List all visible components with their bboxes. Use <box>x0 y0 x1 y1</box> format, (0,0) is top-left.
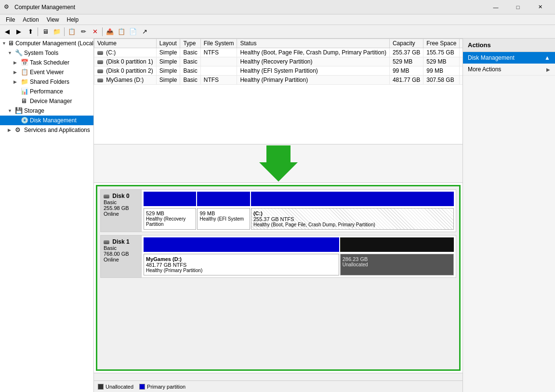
disk-1-row: Disk 1 Basic 768.00 GB Online MyGames (D… <box>100 235 456 278</box>
actions-section-disk-mgmt[interactable]: Disk Management ▲ <box>463 52 555 64</box>
disk-mgmt-icon: 💿 <box>21 117 28 124</box>
cell-fs: NTFS <box>200 76 237 85</box>
disk-0-part1-status: Healthy (Recovery Partition <box>146 216 194 227</box>
menu-file[interactable]: File <box>2 15 19 24</box>
col-type[interactable]: Type <box>180 39 200 48</box>
disk-1-bar-seg1 <box>144 237 339 252</box>
disk-0-part3-name: (C:) <box>253 210 451 216</box>
back-button[interactable]: ◀ <box>2 26 13 37</box>
volume-disk-icon <box>97 60 103 64</box>
cell-freespace: 99 MB <box>423 66 460 76</box>
maximize-button[interactable]: □ <box>507 0 529 14</box>
services-expand: ▶ <box>8 128 13 132</box>
title-bar: ⚙ Computer Management — □ ✕ <box>0 0 555 14</box>
disk-0-part3[interactable]: (C:) 255.37 GB NTFS Healthy (Boot, Page … <box>251 208 454 230</box>
table-row[interactable]: (Disk 0 partition 1) Simple Basic Health… <box>94 57 463 66</box>
volume-table: Volume Layout Type File System Status Ca… <box>94 39 462 85</box>
menu-view[interactable]: View <box>43 15 63 24</box>
sidebar-storage[interactable]: ▼ 💾 Storage <box>0 106 93 116</box>
minimize-button[interactable]: — <box>485 0 507 14</box>
disk-0-icon <box>104 195 109 198</box>
disk-0-part2[interactable]: 99 MB Healthy (EFI System <box>197 208 250 230</box>
storage-expand: ▼ <box>8 108 13 113</box>
folder-button[interactable]: 📁 <box>52 26 62 37</box>
cell-status: Healthy (Primary Partition) <box>237 76 389 85</box>
cell-layout: Simple <box>156 57 180 66</box>
disk-0-info: Disk 0 Basic 255.98 GB Online <box>101 190 142 232</box>
task-sched-expand: ▶ <box>13 60 19 65</box>
close-button[interactable]: ✕ <box>529 0 551 14</box>
computer-icon: 🖥 <box>8 39 14 47</box>
col-freespace[interactable]: Free Space <box>423 39 460 48</box>
edit-button[interactable]: ✏ <box>78 26 89 37</box>
col-capacity[interactable]: Capacity <box>389 39 423 48</box>
window-title: Computer Management <box>14 4 485 11</box>
show-hide-button[interactable]: 🖥 <box>40 26 51 37</box>
disk-0-part3-status: Healthy (Boot, Page File, Crash Dump, Pr… <box>253 222 451 227</box>
sidebar-device-manager[interactable]: ▶ 🖥 Device Manager <box>0 96 93 106</box>
cell-layout: Simple <box>156 48 180 57</box>
storage-icon: 💾 <box>15 107 23 115</box>
cell-fs <box>200 57 237 66</box>
forward-button[interactable]: ▶ <box>13 26 24 37</box>
actions-more-actions[interactable]: More Actions ▶ <box>463 64 555 76</box>
col-layout[interactable]: Layout <box>156 39 180 48</box>
more-actions-arrow: ▶ <box>546 67 550 72</box>
disk-0-name: Disk 0 <box>104 193 138 199</box>
sidebar-task-scheduler[interactable]: ▶ 📅 Task Scheduler <box>0 58 93 67</box>
sidebar-root[interactable]: ▼ 🖥 Computer Management (Local <box>0 39 93 48</box>
col-filesystem[interactable]: File System <box>200 39 237 48</box>
main-container: ▼ 🖥 Computer Management (Local ▼ 🔧 Syste… <box>0 39 555 392</box>
task-sched-label: Task Scheduler <box>30 59 69 66</box>
toolbar-sep1 <box>38 27 38 36</box>
sidebar-performance[interactable]: ▶ 📊 Performance <box>0 87 93 96</box>
disk-1-info: Disk 1 Basic 768.00 GB Online <box>101 235 142 277</box>
cell-status: Healthy (Boot, Page File, Crash Dump, Pr… <box>237 48 389 57</box>
disk-1-part1[interactable]: MyGames (D:) 481.77 GB NTFS Healthy (Pri… <box>144 254 339 275</box>
link-button[interactable]: ↗ <box>139 26 150 37</box>
export-button[interactable]: 📤 <box>105 26 115 37</box>
disk-1-part1-status: Healthy (Primary Partition) <box>146 268 337 273</box>
new-button[interactable]: 📄 <box>128 26 138 37</box>
disk-0-part1[interactable]: 529 MB Healthy (Recovery Partition <box>144 208 196 230</box>
disk-0-size: 255.98 GB <box>104 205 138 211</box>
table-row[interactable]: (C:) Simple Basic NTFS Healthy (Boot, Pa… <box>94 48 463 57</box>
delete-button[interactable]: ✕ <box>90 26 100 37</box>
sidebar: ▼ 🖥 Computer Management (Local ▼ 🔧 Syste… <box>0 39 94 392</box>
cell-volume: (Disk 0 partition 2) <box>94 66 157 76</box>
cell-type: Basic <box>180 66 200 76</box>
shared-folders-label: Shared Folders <box>30 78 69 85</box>
disk-0-bar-seg2 <box>197 192 250 206</box>
menu-action[interactable]: Action <box>19 15 42 24</box>
disk-1-name: Disk 1 <box>104 238 138 245</box>
performance-icon: 📊 <box>21 88 28 95</box>
disk-1-type: Basic <box>104 245 138 251</box>
col-volume[interactable]: Volume <box>94 39 157 48</box>
arrow-head <box>259 162 298 182</box>
legend-unalloc: Unallocated <box>98 384 133 390</box>
disk-1-part2[interactable]: 286.23 GB Unallocated <box>340 254 454 275</box>
disk-1-part1-name: MyGames (D:) <box>146 256 337 262</box>
sidebar-event-viewer[interactable]: ▶ 📋 Event Viewer <box>0 67 93 77</box>
menu-help[interactable]: Help <box>63 15 83 24</box>
table-row[interactable]: (Disk 0 partition 2) Simple Basic Health… <box>94 66 463 76</box>
up-button[interactable]: ⬆ <box>25 26 36 37</box>
disk-1-part2-status: Unallocated <box>343 262 451 267</box>
cell-freespace: 155.75 GB <box>423 48 460 57</box>
table-row[interactable]: MyGames (D:) Simple Basic NTFS Healthy (… <box>94 76 463 85</box>
properties-button[interactable]: 📋 <box>66 26 77 37</box>
disk-0-part1-size: 529 MB <box>146 210 194 216</box>
cell-type: Basic <box>180 76 200 85</box>
copy-button[interactable]: 📋 <box>116 26 127 37</box>
storage-label: Storage <box>24 107 44 114</box>
disk-visual-area: Disk 0 Basic 255.98 GB Online 529 MB <box>96 185 461 371</box>
disk-0-partitions: 529 MB Healthy (Recovery Partition 99 MB… <box>142 190 456 232</box>
divider-arrow-area <box>94 144 462 183</box>
col-status[interactable]: Status <box>237 39 389 48</box>
sidebar-system-tools[interactable]: ▼ 🔧 System Tools <box>0 48 93 58</box>
device-mgr-label: Device Manager <box>30 98 72 105</box>
sidebar-shared-folders[interactable]: ▶ 📁 Shared Folders <box>0 77 93 87</box>
horizontal-scrollbar[interactable] <box>94 373 462 380</box>
sidebar-services-apps[interactable]: ▶ ⚙ Services and Applications <box>0 125 93 135</box>
sidebar-disk-management[interactable]: ▶ 💿 Disk Management <box>0 116 93 125</box>
